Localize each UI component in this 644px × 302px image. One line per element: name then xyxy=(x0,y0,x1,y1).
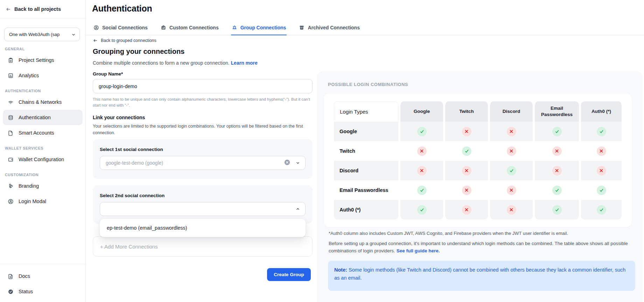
file-icon xyxy=(8,130,14,136)
create-group-button[interactable]: Create Group xyxy=(267,268,311,281)
combo-cell-google-email-passwordless xyxy=(535,122,579,141)
cross-icon xyxy=(552,166,562,175)
form-subtitle: Combine multiple connections to form a n… xyxy=(93,60,258,66)
back-to-all-projects-link[interactable]: Back to all projects xyxy=(0,0,85,18)
database-icon xyxy=(8,115,14,121)
main-content: Back to grouped connections Grouping you… xyxy=(86,0,317,302)
sidebar-item-wallet-configuration[interactable]: Wallet Configuration xyxy=(3,152,83,167)
cross-icon xyxy=(462,186,471,195)
check-icon xyxy=(417,186,427,195)
x-circle-icon xyxy=(284,159,290,166)
sidebar-section-label: CUSTOMIZATION xyxy=(0,171,85,178)
group-name-input[interactable] xyxy=(93,79,313,93)
sidebar-item-login-modal[interactable]: Login Modal xyxy=(3,194,83,209)
project-selector-dropdown[interactable]: One with Web3Auth (sap xyxy=(4,28,80,41)
wallet-icon xyxy=(8,157,14,163)
sidebar-item-project-settings[interactable]: Project Settings xyxy=(3,52,83,68)
link-connections-title: Link your connections xyxy=(93,115,145,120)
check-icon xyxy=(552,127,562,136)
combo-cell-twitch-auth0 xyxy=(581,141,622,161)
check-icon xyxy=(597,205,606,215)
sidebar-item-label: Wallet Configuration xyxy=(19,157,64,162)
network-icon xyxy=(8,99,14,105)
check-icon xyxy=(552,186,562,195)
combinations-card: Login TypesGoogleTwitchDiscordEmail Pass… xyxy=(324,94,632,227)
combo-cell-discord-auth0 xyxy=(581,161,622,180)
combo-header-auth0: Auth0 (*) xyxy=(581,101,622,122)
chevron-down-icon xyxy=(295,160,300,165)
combo-cell-auth0-discord xyxy=(490,200,533,220)
combo-cell-twitch-email-passwordless xyxy=(535,141,579,161)
back-to-grouped-connections-link[interactable]: Back to grouped connections xyxy=(93,38,156,43)
check-icon xyxy=(507,166,516,175)
first-connection-value: google-test-demo (google) xyxy=(106,160,284,166)
combo-cell-email-passwordless-email-passwordless xyxy=(535,180,579,200)
sidebar-item-analytics[interactable]: Analytics xyxy=(3,68,83,83)
clear-selection-button[interactable] xyxy=(284,159,290,167)
sidebar-item-authentication[interactable]: Authentication xyxy=(3,110,83,125)
cross-icon xyxy=(507,186,516,195)
dropdown-option-ep-test-demo[interactable]: ep-test-demo (email_passwordless) xyxy=(100,221,306,235)
combo-cell-auth0-google xyxy=(400,200,443,220)
sidebar-item-label: Analytics xyxy=(19,73,39,78)
note-box: Note: Some login methods (like Twitch an… xyxy=(328,261,635,291)
sidebar-item-label: Branding xyxy=(19,183,39,189)
combinations-description-text: Before setting up a grouped connection, … xyxy=(329,241,628,253)
full-guide-link[interactable]: See full guide here. xyxy=(397,248,440,253)
cross-icon xyxy=(417,146,427,156)
first-connection-select[interactable]: google-test-demo (google) xyxy=(100,156,306,170)
sidebar-item-smart-accounts[interactable]: Smart Accounts xyxy=(3,125,83,141)
cross-icon xyxy=(417,166,427,175)
check-icon xyxy=(462,146,471,156)
check-icon xyxy=(597,127,606,136)
sidebar-item-label: Login Modal xyxy=(19,199,46,204)
combo-row-label-twitch: Twitch xyxy=(334,141,398,161)
second-connection-select[interactable] xyxy=(100,202,306,216)
sidebar-section-wallet-services: WALLET SERVICESWallet Configuration xyxy=(0,145,85,167)
sidebar-section-label: WALLET SERVICES xyxy=(0,145,85,152)
arrow-left-icon xyxy=(6,7,11,12)
chevron-down-icon xyxy=(71,32,76,37)
combo-cell-discord-email-passwordless xyxy=(535,161,579,180)
sidebar-item-chains-networks[interactable]: Chains & Networks xyxy=(3,94,83,110)
add-more-connections-button[interactable]: + Add More Connections xyxy=(93,236,313,257)
combo-cell-google-auth0 xyxy=(581,122,622,141)
learn-more-link[interactable]: Learn more xyxy=(231,60,258,66)
login-combinations-panel: POSSIBLE LOGIN COMBINATIONS Login TypesG… xyxy=(317,71,643,302)
sidebar: Back to all projects One with Web3Auth (… xyxy=(0,0,86,302)
cross-icon xyxy=(507,205,516,215)
combo-cell-email-passwordless-auth0 xyxy=(581,180,622,200)
check-icon xyxy=(417,205,427,215)
combo-header-google: Google xyxy=(400,101,443,122)
sidebar-item-branding[interactable]: Branding xyxy=(3,178,83,194)
check-icon xyxy=(597,186,606,195)
combo-cell-google-discord xyxy=(490,122,533,141)
sidebar-item-label: Project Settings xyxy=(19,57,54,63)
cross-icon xyxy=(507,127,516,136)
second-connection-card: Select 2nd social connection xyxy=(93,185,313,224)
user-circle-icon xyxy=(8,199,14,204)
sidebar-item-docs[interactable]: Docs xyxy=(3,268,83,284)
combinations-table: Login TypesGoogleTwitchDiscordEmail Pass… xyxy=(333,101,623,220)
form-title: Grouping your connections xyxy=(93,48,184,56)
combo-row-label-auth0: Auth0 (*) xyxy=(334,200,398,220)
combinations-description: Before setting up a grouped connection, … xyxy=(329,240,628,254)
group-name-helper-text: This name has to be unique and can only … xyxy=(93,96,310,108)
cross-icon xyxy=(552,146,562,156)
sidebar-item-label: Smart Accounts xyxy=(19,130,54,136)
cross-icon xyxy=(462,127,471,136)
sidebar-item-label: Docs xyxy=(19,273,30,279)
first-connection-card: Select 1st social connection google-test… xyxy=(93,139,313,179)
combo-row-label-google: Google xyxy=(334,122,398,141)
sidebar-item-status[interactable]: Status xyxy=(3,284,83,299)
sidebar-item-label: Chains & Networks xyxy=(19,99,62,105)
sidebar-section-label: AUTHENTICATION xyxy=(0,87,85,94)
combo-cell-auth0-email-passwordless xyxy=(535,200,579,220)
auth0-footnote: *Auth0 column also includes Custom JWT, … xyxy=(329,231,630,236)
sidebar-nav: GENERALProject SettingsAnalyticsAUTHENTI… xyxy=(0,45,85,209)
combo-cell-discord-google xyxy=(400,161,443,180)
combo-cell-email-passwordless-twitch xyxy=(445,180,488,200)
sidebar-section-authentication: AUTHENTICATIONChains & NetworksAuthentic… xyxy=(0,87,85,141)
combo-cell-twitch-twitch xyxy=(445,141,488,161)
cross-icon xyxy=(462,166,471,175)
